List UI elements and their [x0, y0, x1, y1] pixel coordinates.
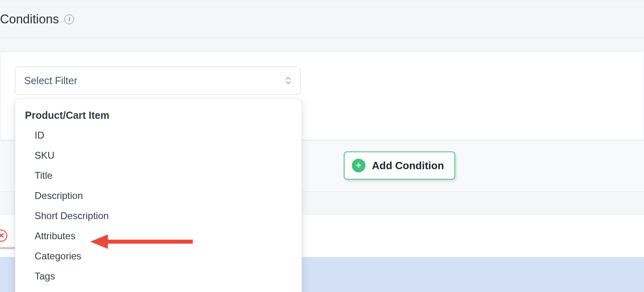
option-id[interactable]: ID: [15, 125, 301, 145]
option-short-description[interactable]: Short Description: [15, 206, 301, 226]
option-url[interactable]: URL: [15, 286, 301, 292]
plus-icon: +: [352, 159, 365, 172]
add-condition-button[interactable]: + Add Condition: [344, 151, 455, 180]
dropdown-group-label: Product/Cart Item: [15, 107, 301, 125]
add-condition-label: Add Condition: [372, 159, 444, 172]
option-title[interactable]: Title: [15, 166, 301, 186]
option-categories[interactable]: Categories: [15, 246, 301, 266]
option-sku[interactable]: SKU: [15, 145, 301, 166]
option-tags[interactable]: Tags: [15, 266, 301, 286]
info-icon[interactable]: i: [64, 14, 74, 24]
page-title-text: Conditions: [0, 12, 59, 27]
option-attributes[interactable]: Attributes: [15, 226, 301, 246]
option-description[interactable]: Description: [15, 186, 301, 206]
conditions-header: Conditions i: [0, 0, 644, 38]
filter-dropdown: Product/Cart Item ID SKU Title Descripti…: [15, 99, 302, 292]
page-title: Conditions i: [0, 12, 74, 27]
row-shadow: [0, 247, 16, 249]
filter-select-placeholder: Select Filter: [24, 75, 77, 87]
filter-select[interactable]: Select Filter: [15, 66, 301, 95]
chevron-up-down-icon: [285, 77, 291, 85]
